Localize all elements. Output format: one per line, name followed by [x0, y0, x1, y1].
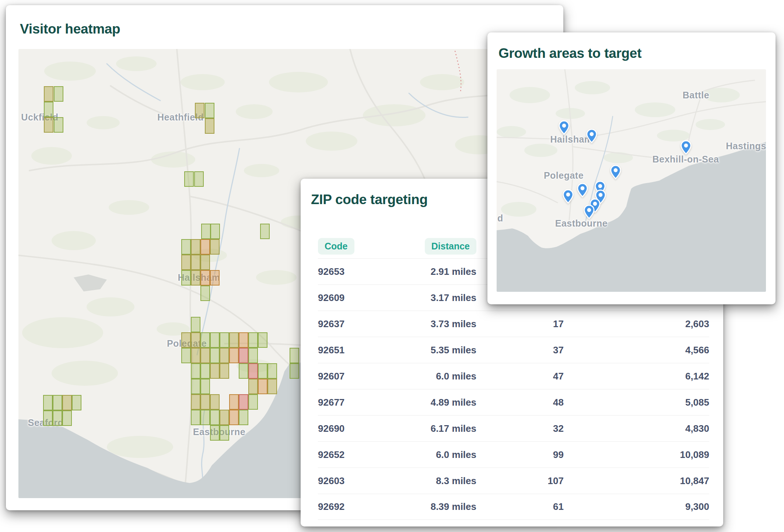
heatmap-cell: [201, 224, 211, 239]
heatmap-cell: [200, 379, 210, 394]
table-row: 926038.3 miles10710,847: [318, 468, 709, 494]
heatmap-cell: [181, 270, 191, 286]
heatmap-cell: [191, 348, 200, 363]
heatmap-cell: [220, 425, 229, 441]
heatmap-cell: [184, 171, 194, 187]
heatmap-cell: [200, 286, 210, 301]
map-pin-icon[interactable]: [609, 165, 622, 180]
heatmap-cell: [248, 379, 258, 394]
table-cell: 47: [476, 371, 564, 382]
table-cell: 3.73 miles: [410, 318, 476, 330]
heatmap-cell: [258, 379, 267, 394]
table-cell: 6.0 miles: [410, 449, 476, 461]
map-pin-icon[interactable]: [576, 183, 589, 198]
heatmap-cell: [220, 410, 229, 425]
table-cell: 4.89 miles: [410, 397, 476, 408]
heatmap-cell: [72, 395, 81, 410]
heatmap-cell: [200, 394, 210, 410]
heatmap-cell: [191, 317, 200, 332]
distance-column-chip[interactable]: Distance: [425, 238, 476, 255]
heatmap-cell: [43, 395, 53, 410]
heatmap-cell: [200, 410, 210, 425]
table-cell: 99: [476, 449, 564, 461]
heatmap-cell: [200, 332, 210, 348]
heatmap-cell: [200, 239, 210, 255]
table-cell: 8.39 miles: [410, 501, 476, 512]
heatmap-cell: [191, 379, 200, 394]
heatmap-cell: [210, 363, 220, 379]
map-pin-icon[interactable]: [585, 129, 598, 144]
heatmap-cell: [200, 348, 210, 363]
heatmap-cell: [200, 255, 210, 270]
heatmap-cell: [200, 270, 210, 286]
heatmap-cell: [191, 255, 200, 270]
heatmap-cell: [220, 363, 229, 379]
heatmap-cell: [191, 363, 200, 379]
table-cell: 2.91 miles: [410, 266, 476, 277]
heatmap-cell: [229, 332, 239, 348]
heatmap-cell: [229, 348, 239, 363]
code-column-chip[interactable]: Code: [318, 238, 354, 255]
table-cell: 3.17 miles: [410, 292, 476, 304]
map-pin-icon[interactable]: [562, 189, 574, 204]
heatmap-cell: [181, 239, 191, 255]
heatmap-cell: [210, 239, 220, 255]
heatmap-cell: [195, 103, 204, 118]
heatmap-cell: [44, 117, 53, 133]
table-cell: 5,085: [564, 397, 709, 408]
heatmap-cell: [181, 332, 191, 348]
heatmap-cell: [210, 394, 220, 410]
heatmap-cell: [239, 394, 248, 410]
heatmap-cell: [205, 103, 214, 118]
table-cell: 6.0 miles: [410, 371, 476, 382]
heatmap-cell: [200, 363, 210, 379]
table-cell: 92690: [318, 423, 410, 434]
heatmap-cell: [191, 270, 200, 286]
table-cell: 6.17 miles: [410, 423, 476, 434]
heatmap-cell: [194, 171, 204, 187]
table-cell: 6,142: [564, 371, 709, 382]
table-cell: 2,603: [564, 318, 709, 330]
table-cell: 92603: [318, 475, 410, 487]
map-pin-icon[interactable]: [583, 204, 595, 220]
table-header-cell-code: Code: [318, 238, 410, 255]
heatmap-cell: [44, 86, 53, 102]
table-cell: 92677: [318, 397, 410, 408]
heatmap-cell: [248, 332, 258, 348]
table-row: 926076.0 miles476,142: [318, 363, 709, 389]
heatmap-cell: [54, 117, 63, 133]
table-cell: 61: [476, 501, 564, 512]
heatmap-cell: [239, 332, 248, 348]
growth-map-pins: [497, 69, 766, 292]
table-row: 926928.39 miles619,300: [318, 494, 709, 520]
heatmap-cell: [191, 410, 200, 425]
growth-areas-title: Growth areas to target: [498, 46, 641, 61]
heatmap-cell: [239, 410, 248, 425]
table-cell: 10,847: [564, 475, 709, 487]
table-cell: 48: [476, 397, 564, 408]
heatmap-cell: [290, 363, 299, 379]
table-cell: 92607: [318, 371, 410, 382]
table-cell: 92692: [318, 501, 410, 512]
zip-targeting-title: ZIP code targeting: [311, 192, 428, 207]
heatmap-cell: [258, 363, 267, 379]
heatmap-cell: [53, 410, 62, 426]
map-pin-icon[interactable]: [558, 120, 570, 135]
heatmap-cell: [181, 255, 191, 270]
heatmap-cell: [267, 363, 277, 379]
table-cell: 92653: [318, 266, 410, 277]
table-cell: 92637: [318, 318, 410, 330]
heatmap-cell: [248, 394, 258, 410]
table-cell: 92609: [318, 292, 410, 304]
heatmap-cell: [210, 332, 220, 348]
growth-areas-map[interactable]: BattleHastingsBexhill-on-SeaHailshamPole…: [497, 69, 766, 292]
table-header-cell-distance: Distance: [425, 238, 476, 255]
heatmap-cell: [44, 102, 53, 117]
heatmap-cell: [191, 239, 200, 255]
table-cell: 92651: [318, 344, 410, 356]
heatmap-cell: [53, 395, 62, 410]
map-pin-icon[interactable]: [680, 140, 692, 155]
heatmap-cell: [54, 86, 63, 102]
table-cell: 17: [476, 318, 564, 330]
heatmap-cell: [229, 410, 239, 425]
